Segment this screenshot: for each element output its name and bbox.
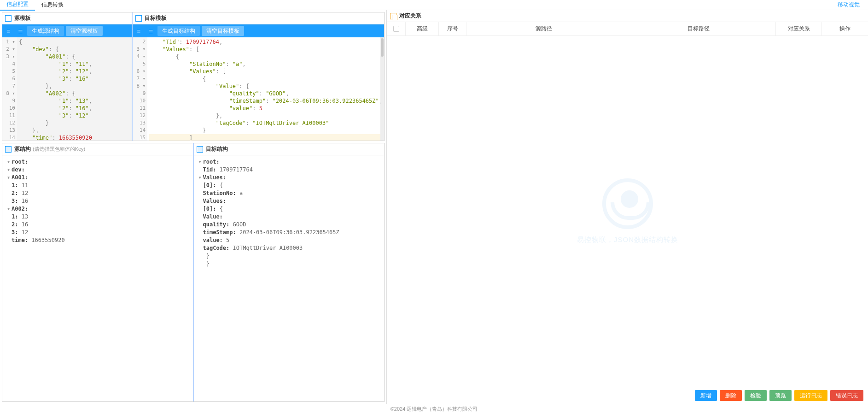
relation-header: 对应关系 (387, 10, 868, 22)
tree-row[interactable]: Value: (198, 213, 380, 221)
relation-column: 对应关系 高级 序号 源路径 目标路径 对应关系 操作 易控物联，JSON数据结… (387, 10, 868, 404)
main-area: 源模板 ≡ ≣ 生成源结构 清空源模板 1 ▾ 2 ▾ 3 ▾ 4 5 6 7 … (0, 10, 868, 404)
tree-row[interactable]: Tid: 1709717764 (198, 166, 380, 174)
th-dst-path: 目标路径 (621, 22, 776, 35)
panel-header: 源模板 (2, 12, 132, 24)
indent-right-icon[interactable]: ≣ (146, 26, 156, 36)
gen-source-struct-button[interactable]: 生成源结构 (27, 26, 64, 36)
scrollbar[interactable] (380, 37, 384, 141)
tree-row[interactable]: ▾root: (198, 158, 380, 166)
watermark: 易控物联，JSON数据结构转换 (387, 36, 868, 387)
bottom-buttons: 新增 删除 检验 预览 运行日志 错误日志 (387, 387, 868, 404)
add-button[interactable]: 新增 (695, 390, 717, 401)
panel-title: 目标模板 (145, 14, 167, 22)
source-toolbar: ≡ ≣ 生成源结构 清空源模板 (2, 24, 132, 37)
runlog-button[interactable]: 运行日志 (794, 390, 827, 401)
th-src-path: 源路径 (466, 22, 621, 35)
tree-row[interactable]: Values: (198, 197, 380, 205)
relation-table-header: 高级 序号 源路径 目标路径 对应关系 操作 (387, 22, 868, 36)
th-checkbox[interactable] (387, 22, 406, 35)
panel-header: 源结构 (请选择黑色粗体的Key) (2, 143, 193, 155)
tree-row[interactable]: tagCode: IOTMqttDriver_AI00003 (198, 244, 380, 252)
source-struct-panel: 源结构 (请选择黑色粗体的Key) ▾root: ▾dev: ▾A001: 1:… (2, 143, 193, 401)
tree-row[interactable]: 3: 16 (7, 197, 188, 205)
tree-row[interactable]: quality: GOOD (198, 221, 380, 229)
tab-info-convert[interactable]: 信息转换 (35, 0, 70, 10)
relation-icon (390, 13, 396, 19)
target-struct-panel: 目标结构 ▾root: Tid: 1709717764 ▾Values: [0]… (193, 143, 384, 401)
th-advanced: 高级 (406, 22, 439, 35)
tree-row[interactable]: ▾root: (7, 158, 188, 166)
mobile-view-link[interactable]: 移动视觉 (838, 1, 868, 9)
panel-title: 对应关系 (399, 12, 421, 20)
tree-row[interactable]: 3: 12 (7, 229, 188, 236)
tree-row[interactable]: timeStamp: 2024-03-06T09:36:03.922365465… (198, 229, 380, 236)
tree-row[interactable]: 1: 11 (7, 182, 188, 189)
panel-icon (135, 15, 142, 22)
source-tree[interactable]: ▾root: ▾dev: ▾A001: 1: 11 2: 12 3: 16 ▾A… (2, 155, 193, 401)
tree-row[interactable]: } (198, 260, 380, 268)
tree-row[interactable]: [0]: { (198, 205, 380, 213)
check-button[interactable]: 检验 (745, 390, 767, 401)
tree-row[interactable]: ▾dev: (7, 166, 188, 174)
top-tabs: 信息配置 信息转换 移动视觉 (0, 0, 868, 10)
target-code-editor[interactable]: 2 3 ▾ 4 ▾ 5 6 ▾ 7 ▾ 8 ▾ 9 10 11 12 13 14… (133, 37, 384, 141)
th-relation: 对应关系 (776, 22, 822, 35)
tree-row[interactable]: 2: 16 (7, 221, 188, 229)
panel-title: 目标结构 (206, 145, 228, 153)
panel-icon (197, 146, 203, 153)
tab-info-config[interactable]: 信息配置 (0, 0, 35, 11)
panel-title: 源模板 (14, 14, 31, 22)
tree-row[interactable]: StationNo: a (198, 189, 380, 197)
tree-row[interactable]: value: 5 (198, 236, 380, 244)
indent-left-icon[interactable]: ≡ (134, 26, 144, 36)
tree-row[interactable]: 2: 12 (7, 189, 188, 197)
gen-target-struct-button[interactable]: 生成目标结构 (157, 26, 200, 36)
target-tree[interactable]: ▾root: Tid: 1709717764 ▾Values: [0]: { S… (194, 155, 384, 401)
clear-target-tpl-button[interactable]: 清空目标模板 (202, 26, 244, 36)
panel-hint: (请选择黑色粗体的Key) (33, 146, 85, 153)
tree-row[interactable]: ▾Values: (198, 174, 380, 182)
th-seq: 序号 (439, 22, 466, 35)
tree-row[interactable]: ▾A002: (7, 205, 188, 213)
errlog-button[interactable]: 错误日志 (830, 390, 863, 401)
panel-title: 源结构 (14, 145, 31, 153)
source-code-editor[interactable]: 1 ▾ 2 ▾ 3 ▾ 4 5 6 7 8 ▾ 9 10 11 12 13 14… (2, 37, 132, 141)
left-column: 源模板 ≡ ≣ 生成源结构 清空源模板 1 ▾ 2 ▾ 3 ▾ 4 5 6 7 … (0, 10, 387, 404)
source-template-panel: 源模板 ≡ ≣ 生成源结构 清空源模板 1 ▾ 2 ▾ 3 ▾ 4 5 6 7 … (2, 12, 132, 141)
tree-row[interactable]: } (198, 252, 380, 260)
panel-header: 目标结构 (194, 143, 384, 155)
th-op: 操作 (822, 22, 868, 35)
watermark-logo-icon (602, 178, 653, 229)
panel-icon (5, 15, 12, 22)
panel-icon (5, 146, 12, 153)
panel-header: 目标模板 (133, 12, 384, 24)
indent-right-icon[interactable]: ≣ (15, 26, 25, 36)
preview-button[interactable]: 预览 (769, 390, 792, 401)
delete-button[interactable]: 删除 (720, 390, 742, 401)
tree-row[interactable]: 1: 13 (7, 213, 188, 221)
target-toolbar: ≡ ≣ 生成目标结构 清空目标模板 (133, 24, 384, 37)
clear-source-tpl-button[interactable]: 清空源模板 (66, 26, 103, 36)
tree-row[interactable]: [0]: { (198, 182, 380, 189)
footer: ©2024 逻辑电产（青岛）科技有限公司 (0, 404, 868, 413)
tree-row[interactable]: ▾A001: (7, 174, 188, 182)
indent-left-icon[interactable]: ≡ (3, 26, 13, 36)
target-template-panel: 目标模板 ≡ ≣ 生成目标结构 清空目标模板 2 3 ▾ 4 ▾ 5 6 ▾ 7… (132, 12, 384, 141)
tree-row[interactable]: time: 1663550920 (7, 236, 188, 244)
watermark-text: 易控物联，JSON数据结构转换 (577, 236, 678, 244)
